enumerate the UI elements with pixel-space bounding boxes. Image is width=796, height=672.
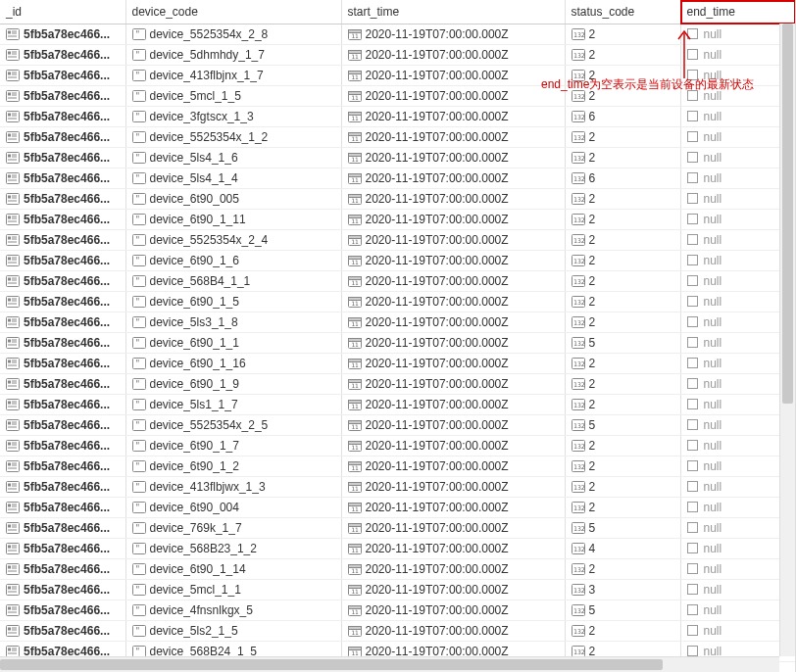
- cell-start-time[interactable]: 11 2020-11-19T07:00:00.000Z: [341, 395, 565, 415]
- cell-device-code[interactable]: " " device_413flbjnx_1_7: [125, 66, 341, 86]
- cell-status-code[interactable]: 132 2: [565, 395, 680, 415]
- cell-start-time[interactable]: 11 2020-11-19T07:00:00.000Z: [341, 539, 565, 559]
- cell-start-time[interactable]: 11 2020-11-19T07:00:00.000Z: [341, 415, 565, 436]
- cell-device-code[interactable]: " " device_5525354x_2_4: [125, 230, 341, 251]
- null-checkbox[interactable]: [687, 152, 698, 163]
- cell-start-time[interactable]: 11 2020-11-19T07:00:00.000Z: [341, 210, 565, 230]
- table-row[interactable]: 5fb5a78ec466... " " device_5525354x_2_8 …: [0, 24, 796, 45]
- cell-status-code[interactable]: 132 5: [565, 415, 680, 436]
- horizontal-scroll-thumb[interactable]: [0, 659, 663, 670]
- cell-device-code[interactable]: " " device_6t90_1_2: [125, 456, 341, 477]
- cell-status-code[interactable]: 132 2: [565, 66, 680, 86]
- table-row[interactable]: 5fb5a78ec466... " " device_6t90_1_2 11 2…: [0, 456, 796, 477]
- null-checkbox[interactable]: [687, 399, 698, 409]
- table-row[interactable]: 5fb5a78ec466... " " device_6t90_004 11 2…: [0, 498, 796, 518]
- table-row[interactable]: 5fb5a78ec466... " " device_6t90_1_5 11 2…: [0, 292, 796, 312]
- cell-start-time[interactable]: 11 2020-11-19T07:00:00.000Z: [341, 498, 565, 518]
- cell-id[interactable]: 5fb5a78ec466...: [0, 107, 125, 127]
- cell-start-time[interactable]: 11 2020-11-19T07:00:00.000Z: [341, 456, 565, 477]
- null-checkbox[interactable]: [687, 440, 698, 451]
- cell-status-code[interactable]: 132 2: [565, 292, 680, 312]
- vertical-scroll-thumb[interactable]: [782, 24, 793, 404]
- null-checkbox[interactable]: [687, 172, 698, 183]
- cell-id[interactable]: 5fb5a78ec466...: [0, 374, 125, 395]
- table-row[interactable]: 5fb5a78ec466... " " device_6t90_005 11 2…: [0, 189, 796, 210]
- null-checkbox[interactable]: [687, 131, 698, 142]
- null-checkbox[interactable]: [687, 543, 698, 553]
- cell-device-code[interactable]: " " device_5525354x_2_8: [125, 24, 341, 45]
- cell-id[interactable]: 5fb5a78ec466...: [0, 251, 125, 271]
- cell-start-time[interactable]: 11 2020-11-19T07:00:00.000Z: [341, 66, 565, 86]
- cell-device-code[interactable]: " " device_4fnsnlkgx_5: [125, 600, 341, 621]
- cell-id[interactable]: 5fb5a78ec466...: [0, 127, 125, 148]
- null-checkbox[interactable]: [687, 460, 698, 471]
- cell-id[interactable]: 5fb5a78ec466...: [0, 24, 125, 45]
- cell-status-code[interactable]: 132 2: [565, 127, 680, 148]
- cell-id[interactable]: 5fb5a78ec466...: [0, 477, 125, 498]
- cell-device-code[interactable]: " " device_413flbjwx_1_3: [125, 477, 341, 498]
- cell-id[interactable]: 5fb5a78ec466...: [0, 539, 125, 559]
- col-header-device-code[interactable]: device_code: [125, 0, 341, 24]
- cell-id[interactable]: 5fb5a78ec466...: [0, 86, 125, 107]
- cell-id[interactable]: 5fb5a78ec466...: [0, 189, 125, 210]
- vertical-scrollbar[interactable]: [779, 24, 795, 656]
- cell-status-code[interactable]: 132 2: [565, 436, 680, 456]
- cell-status-code[interactable]: 132 3: [565, 580, 680, 600]
- null-checkbox[interactable]: [687, 419, 698, 430]
- cell-status-code[interactable]: 132 2: [565, 498, 680, 518]
- cell-device-code[interactable]: " " device_3fgtscx_1_3: [125, 107, 341, 127]
- cell-status-code[interactable]: 132 4: [565, 539, 680, 559]
- cell-start-time[interactable]: 11 2020-11-19T07:00:00.000Z: [341, 24, 565, 45]
- cell-id[interactable]: 5fb5a78ec466...: [0, 415, 125, 436]
- cell-start-time[interactable]: 11 2020-11-19T07:00:00.000Z: [341, 271, 565, 292]
- table-row[interactable]: 5fb5a78ec466... " " device_5ls2_1_5 11 2…: [0, 621, 796, 642]
- cell-status-code[interactable]: 132 2: [565, 559, 680, 580]
- null-checkbox[interactable]: [687, 337, 698, 348]
- table-row[interactable]: 5fb5a78ec466... " " device_5dhmhdy_1_7 1…: [0, 45, 796, 66]
- null-checkbox[interactable]: [687, 49, 698, 60]
- cell-id[interactable]: 5fb5a78ec466...: [0, 600, 125, 621]
- table-row[interactable]: 5fb5a78ec466... " " device_6t90_1_1 11 2…: [0, 333, 796, 354]
- cell-status-code[interactable]: 132 2: [565, 312, 680, 333]
- cell-start-time[interactable]: 11 2020-11-19T07:00:00.000Z: [341, 189, 565, 210]
- cell-device-code[interactable]: " " device_6t90_1_11: [125, 210, 341, 230]
- cell-device-code[interactable]: " " device_769k_1_7: [125, 518, 341, 539]
- cell-id[interactable]: 5fb5a78ec466...: [0, 436, 125, 456]
- null-checkbox[interactable]: [687, 296, 698, 307]
- table-row[interactable]: 5fb5a78ec466... " " device_568B4_1_1 11 …: [0, 271, 796, 292]
- data-grid[interactable]: _id device_code start_time status_code e…: [0, 0, 796, 672]
- null-checkbox[interactable]: [687, 563, 698, 574]
- cell-id[interactable]: 5fb5a78ec466...: [0, 559, 125, 580]
- cell-id[interactable]: 5fb5a78ec466...: [0, 498, 125, 518]
- cell-device-code[interactable]: " " device_5ls1_1_7: [125, 395, 341, 415]
- table-row[interactable]: 5fb5a78ec466... " " device_5525354x_2_4 …: [0, 230, 796, 251]
- horizontal-scrollbar[interactable]: [0, 656, 779, 672]
- cell-id[interactable]: 5fb5a78ec466...: [0, 292, 125, 312]
- table-row[interactable]: 5fb5a78ec466... " " device_4fnsnlkgx_5 1…: [0, 600, 796, 621]
- null-checkbox[interactable]: [687, 275, 698, 286]
- table-row[interactable]: 5fb5a78ec466... " " device_6t90_1_9 11 2…: [0, 374, 796, 395]
- cell-device-code[interactable]: " " device_568B23_1_2: [125, 539, 341, 559]
- cell-status-code[interactable]: 132 2: [565, 45, 680, 66]
- cell-start-time[interactable]: 11 2020-11-19T07:00:00.000Z: [341, 580, 565, 600]
- null-checkbox[interactable]: [687, 604, 698, 615]
- cell-device-code[interactable]: " " device_5ls2_1_5: [125, 621, 341, 642]
- null-checkbox[interactable]: [687, 646, 698, 656]
- cell-device-code[interactable]: " " device_5ls4_1_4: [125, 168, 341, 189]
- cell-start-time[interactable]: 11 2020-11-19T07:00:00.000Z: [341, 559, 565, 580]
- cell-start-time[interactable]: 11 2020-11-19T07:00:00.000Z: [341, 45, 565, 66]
- col-header-end-time[interactable]: end_time: [680, 0, 796, 24]
- cell-status-code[interactable]: 132 2: [565, 621, 680, 642]
- cell-device-code[interactable]: " " device_5525354x_1_2: [125, 127, 341, 148]
- table-row[interactable]: 5fb5a78ec466... " " device_6t90_1_7 11 2…: [0, 436, 796, 456]
- cell-start-time[interactable]: 11 2020-11-19T07:00:00.000Z: [341, 312, 565, 333]
- cell-id[interactable]: 5fb5a78ec466...: [0, 148, 125, 168]
- cell-device-code[interactable]: " " device_5525354x_2_5: [125, 415, 341, 436]
- cell-start-time[interactable]: 11 2020-11-19T07:00:00.000Z: [341, 354, 565, 374]
- null-checkbox[interactable]: [687, 111, 698, 121]
- cell-id[interactable]: 5fb5a78ec466...: [0, 66, 125, 86]
- cell-status-code[interactable]: 132 2: [565, 148, 680, 168]
- cell-device-code[interactable]: " " device_5mcl_1_1: [125, 580, 341, 600]
- null-checkbox[interactable]: [687, 28, 698, 39]
- table-row[interactable]: 5fb5a78ec466... " " device_5mcl_1_1 11 2…: [0, 580, 796, 600]
